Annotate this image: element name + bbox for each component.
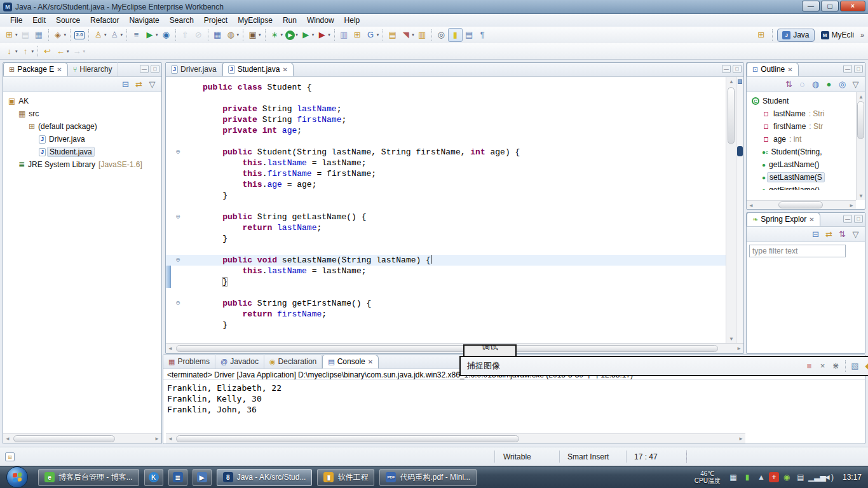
- pe-maximize-button[interactable]: □: [151, 65, 159, 73]
- pe-item-driver-java[interactable]: JDriver.java: [3, 133, 161, 146]
- code-line[interactable]: ⊖ public String getLastName() {: [166, 212, 726, 222]
- code-line[interactable]: public class Student {: [166, 82, 726, 93]
- volume-tray-icon[interactable]: ◄): [822, 473, 835, 482]
- pe-horizontal-scrollbar[interactable]: ◄►: [3, 433, 161, 444]
- menu-help[interactable]: Help: [339, 15, 365, 26]
- spring-minimize-button[interactable]: —: [843, 215, 852, 223]
- outline-item-age[interactable]: age : int: [747, 133, 865, 146]
- fast-view-button[interactable]: ⊞: [5, 452, 15, 461]
- run-xdoclet-button[interactable]: ◈▾: [51, 28, 68, 42]
- spring-maximize-button[interactable]: □: [854, 215, 863, 223]
- show-hidden-tray-icon[interactable]: ▲: [755, 473, 768, 482]
- show-whitespace-button[interactable]: ¶: [476, 28, 489, 42]
- run-history-button[interactable]: ▶▾: [299, 28, 316, 42]
- code-line[interactable]: this.age = age;: [166, 179, 726, 190]
- import-artifact-button[interactable]: ▥: [416, 28, 429, 42]
- code-line[interactable]: ⊖ public void setLastName(String lastNam…: [166, 255, 726, 266]
- code-line[interactable]: [166, 136, 726, 147]
- previous-annotation-button[interactable]: ↑▾: [19, 44, 36, 58]
- code-line[interactable]: return lastName;: [166, 222, 726, 233]
- code-area[interactable]: public class Student { private String la…: [166, 77, 726, 343]
- forward-history-button[interactable]: →▾: [71, 44, 87, 58]
- pe-item-ak[interactable]: ▣AK: [3, 95, 161, 107]
- outline-vertical-scrollbar[interactable]: ▲▼: [856, 92, 865, 200]
- link-with-editor-button[interactable]: ⇄: [132, 78, 146, 92]
- back-history-button[interactable]: ←▾: [54, 44, 71, 58]
- overview-ruler[interactable]: [736, 77, 743, 343]
- menu-search[interactable]: Search: [165, 15, 199, 26]
- menu-file[interactable]: File: [5, 15, 27, 26]
- show-public-only-button[interactable]: ●: [822, 78, 836, 92]
- show-selected-element-button[interactable]: ▤: [463, 28, 476, 42]
- deploy-button[interactable]: ⇧: [179, 28, 192, 42]
- outline-item-getfirstname-[interactable]: ●getFirstName(): [747, 184, 865, 190]
- perspective-myeclipse[interactable]: M MyEcli: [817, 29, 858, 42]
- code-line[interactable]: private String firstName;: [166, 114, 726, 125]
- new-google-button[interactable]: G▾: [364, 28, 381, 42]
- code-line[interactable]: }: [166, 320, 726, 330]
- print-button[interactable]: ▦: [32, 28, 46, 42]
- pe-item-jre-system-library[interactable]: ≣JRE System Library [JavaSE-1.6]: [3, 158, 161, 171]
- antivirus-shield-tray-icon[interactable]: ◉: [780, 473, 793, 482]
- menu-myeclipse[interactable]: MyEclipse: [233, 15, 278, 26]
- undeploy-button[interactable]: ⊘: [192, 28, 205, 42]
- view-menu-button[interactable]: ▽: [849, 227, 862, 241]
- code-line[interactable]: [166, 287, 726, 298]
- code-line[interactable]: this.firstName = firstName;: [166, 168, 726, 179]
- menu-window[interactable]: Window: [302, 15, 339, 26]
- derby-database-button[interactable]: ▣▾: [246, 28, 262, 42]
- link-with-editor-button[interactable]: ⇄: [822, 227, 836, 241]
- usb-tray-icon[interactable]: ▮: [741, 473, 754, 482]
- pe-close-icon[interactable]: ✕: [57, 66, 62, 73]
- menu-edit[interactable]: Edit: [27, 15, 51, 26]
- editor-tab-close-icon[interactable]: ✕: [282, 66, 287, 73]
- menu-source[interactable]: Source: [51, 15, 85, 26]
- clear-console-button[interactable]: ▧: [848, 359, 862, 373]
- web-service-button[interactable]: ◍▾: [224, 28, 241, 42]
- new-server-button[interactable]: ≡: [130, 28, 143, 42]
- editor-tab-driver-java[interactable]: JDriver.java: [166, 62, 222, 76]
- scroll-lock-button[interactable]: ◆: [862, 359, 868, 373]
- hide-static-members-button[interactable]: ◍: [809, 78, 822, 92]
- taskbar-button--pdf-mini-[interactable]: PDF代码重构.pdf - Mini...: [379, 469, 477, 486]
- pe-item-student-java[interactable]: JStudent.java: [3, 146, 161, 158]
- code-line[interactable]: ⊖ public String getFirstName() {: [166, 298, 726, 309]
- matisse-form-button[interactable]: ⊞: [351, 28, 364, 42]
- code-line[interactable]: ⊖ public Student(String lastName, String…: [166, 147, 726, 158]
- start-button[interactable]: [6, 466, 28, 488]
- taskbar-icon-media-list[interactable]: ≣: [168, 469, 187, 486]
- hide-fields-button[interactable]: ◌: [796, 78, 809, 92]
- pe-item--default-package-[interactable]: ⊞(default package): [3, 120, 161, 133]
- outline-close-icon[interactable]: ✕: [787, 66, 792, 73]
- run-on-server-button[interactable]: ▶▾: [143, 28, 159, 42]
- code-line[interactable]: private int age;: [166, 125, 726, 136]
- view-menu-button[interactable]: ▽: [146, 78, 159, 92]
- keyboard-tray-icon[interactable]: ▦: [727, 473, 740, 482]
- spring-close-icon[interactable]: ✕: [809, 216, 814, 223]
- code-line[interactable]: return firstName;: [166, 309, 726, 320]
- outline-horizontal-scrollbar[interactable]: ◄►: [747, 200, 856, 209]
- search-button[interactable]: ◎: [435, 28, 448, 42]
- code-line[interactable]: }: [166, 233, 726, 244]
- minimize-window-button[interactable]: —: [802, 1, 820, 11]
- taskbar-button-java-ak-src-stud-[interactable]: 8Java - AK/src/Stud...: [217, 469, 313, 486]
- code-line[interactable]: [166, 201, 726, 212]
- stop-button[interactable]: ■: [803, 359, 816, 373]
- outline-item-getlastname-[interactable]: ●getLastName(): [747, 158, 865, 171]
- code-line[interactable]: private String lastName;: [166, 104, 726, 114]
- taskbar-icon-media-manager[interactable]: ▶: [193, 469, 212, 486]
- tab-problems[interactable]: ▦Problems: [163, 355, 215, 369]
- editor-horizontal-scrollbar[interactable]: ◄►: [166, 343, 743, 353]
- code-line[interactable]: [166, 244, 726, 255]
- tab-spring-explorer[interactable]: ❧ Spring Explor ✕: [747, 212, 820, 226]
- code-line[interactable]: }: [166, 276, 726, 287]
- collapse-all-button[interactable]: ⊟: [809, 227, 822, 241]
- visual-swing-button[interactable]: ▥: [337, 28, 351, 42]
- taskbar-icon-kugou[interactable]: K: [144, 469, 163, 486]
- close-window-button[interactable]: ×: [840, 1, 865, 11]
- save-button[interactable]: ▤: [19, 28, 32, 42]
- code-line[interactable]: [166, 93, 726, 104]
- open-artifact-button[interactable]: ▤: [386, 28, 399, 42]
- outline-item-setlastname-s[interactable]: ●setLastName(S: [747, 171, 865, 184]
- fold-collapse-icon[interactable]: ⊖: [176, 299, 180, 308]
